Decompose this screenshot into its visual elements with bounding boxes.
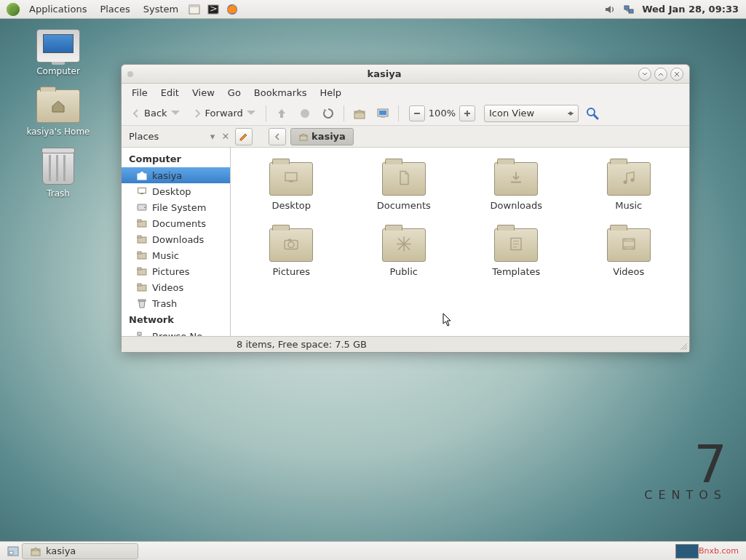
- file-manager-launcher-icon[interactable]: [186, 1, 202, 17]
- desktop-icon-computer[interactable]: Computer: [22, 29, 95, 76]
- folder-videos[interactable]: Videos: [576, 225, 683, 280]
- desktop-icons: Computer kasiya's Home Trash: [22, 29, 95, 212]
- svg-rect-36: [289, 181, 293, 183]
- menu-go[interactable]: Go: [222, 86, 247, 100]
- desktop-icon-home[interactable]: kasiya's Home: [22, 89, 95, 137]
- folder-content[interactable]: DesktopDocumentsDownloadsMusicPicturesPu…: [231, 148, 689, 336]
- folder-music[interactable]: Music: [576, 159, 683, 214]
- places-menu[interactable]: Places: [94, 1, 135, 17]
- network-icon[interactable]: [621, 1, 637, 17]
- folder-desktop[interactable]: Desktop: [238, 159, 345, 214]
- clock[interactable]: Wed Jan 28, 09:33: [639, 4, 742, 15]
- view-mode-select[interactable]: Icon View: [484, 105, 579, 122]
- folder-pictures[interactable]: Pictures: [238, 225, 345, 280]
- folder-icon: [136, 249, 148, 261]
- minimize-button[interactable]: [638, 68, 651, 81]
- sidebar-item-label: File System: [152, 202, 206, 213]
- trash-icon: [136, 297, 148, 309]
- sidebar-item-trash[interactable]: Trash: [122, 295, 230, 311]
- zoom-out-button[interactable]: [409, 105, 425, 121]
- stop-button[interactable]: [295, 104, 314, 123]
- folder-templates[interactable]: Templates: [463, 225, 570, 280]
- folder-icon: [269, 162, 313, 196]
- sidebar-chevron-icon[interactable]: ▾: [207, 132, 218, 142]
- sidebar: ComputerkasiyaDesktopFile SystemDocument…: [122, 148, 231, 336]
- sidebar-item-documents[interactable]: Documents: [122, 215, 230, 231]
- folder-label: Public: [390, 266, 418, 277]
- sidebar-item-label: Music: [152, 250, 179, 261]
- path-back-button[interactable]: [269, 128, 286, 145]
- applications-menu[interactable]: Applications: [23, 1, 92, 17]
- sidebar-item-videos[interactable]: Videos: [122, 279, 230, 295]
- folder-downloads[interactable]: Downloads: [463, 159, 570, 214]
- top-panel: Applications Places System >_ Wed Jan 28…: [0, 0, 746, 19]
- sidebar-item-kasiya[interactable]: kasiya: [122, 167, 230, 183]
- folder-icon: [136, 265, 148, 277]
- back-button[interactable]: Back: [127, 106, 184, 121]
- svg-rect-1: [189, 5, 199, 7]
- path-segment-home[interactable]: kasiya: [290, 128, 354, 145]
- folder-icon: [607, 228, 651, 262]
- desktop-icon-label: kasiya's Home: [27, 127, 90, 137]
- window-menu-icon[interactable]: [127, 71, 133, 77]
- sidebar-title: Places: [129, 131, 205, 142]
- reload-button[interactable]: [319, 104, 338, 123]
- system-menu[interactable]: System: [138, 1, 184, 17]
- titlebar[interactable]: kasiya: [122, 65, 689, 84]
- search-button[interactable]: [583, 104, 602, 123]
- up-button[interactable]: [272, 104, 291, 123]
- sidebar-item-browse-ne-[interactable]: Browse Ne...: [122, 328, 230, 336]
- folder-icon: [494, 162, 538, 196]
- svg-point-38: [630, 178, 634, 182]
- folder-icon: [607, 162, 651, 196]
- terminal-launcher-icon[interactable]: >_: [205, 1, 221, 17]
- show-desktop-button[interactable]: [5, 543, 21, 559]
- close-button[interactable]: [670, 68, 683, 81]
- menu-view[interactable]: View: [186, 86, 221, 100]
- svg-rect-11: [381, 116, 385, 118]
- forward-button[interactable]: Forward: [189, 106, 260, 121]
- sidebar-item-desktop[interactable]: Desktop: [122, 183, 230, 199]
- folder-label: Pictures: [273, 266, 310, 277]
- menubar: File Edit View Go Bookmarks Help: [122, 84, 689, 101]
- sidebar-close-icon[interactable]: ✕: [221, 132, 231, 142]
- desktop-icon-trash[interactable]: Trash: [22, 150, 95, 199]
- taskbar-item[interactable]: kasiya: [22, 543, 138, 559]
- sidebar-item-file-system[interactable]: File System: [122, 199, 230, 215]
- sidebar-item-label: Desktop: [152, 186, 191, 197]
- home-button[interactable]: [350, 104, 369, 123]
- menu-help[interactable]: Help: [314, 86, 347, 100]
- folder-icon: [494, 228, 538, 262]
- home-folder-icon: [36, 89, 80, 123]
- toolbar: Back Forward 100%: [122, 101, 689, 126]
- computer-icon: [36, 29, 80, 63]
- svg-rect-41: [288, 239, 291, 241]
- menu-file[interactable]: File: [126, 86, 154, 100]
- svg-point-40: [288, 242, 294, 248]
- svg-rect-31: [138, 284, 141, 286]
- svg-rect-12: [414, 113, 420, 114]
- menu-edit[interactable]: Edit: [155, 86, 185, 100]
- sidebar-item-pictures[interactable]: Pictures: [122, 263, 230, 279]
- edit-location-button[interactable]: [235, 128, 253, 145]
- svg-rect-29: [138, 268, 141, 270]
- distro-logo-icon[interactable]: [5, 1, 21, 17]
- workspace-switcher[interactable]: [675, 544, 699, 559]
- network-icon: [136, 330, 148, 336]
- svg-rect-23: [138, 220, 141, 222]
- volume-icon[interactable]: [602, 1, 618, 17]
- folder-public[interactable]: Public: [351, 225, 458, 280]
- computer-button[interactable]: [373, 104, 392, 123]
- sidebar-item-downloads[interactable]: Downloads: [122, 231, 230, 247]
- menu-bookmarks[interactable]: Bookmarks: [248, 86, 313, 100]
- maximize-button[interactable]: [654, 68, 667, 81]
- sidebar-item-music[interactable]: Music: [122, 247, 230, 263]
- folder-icon: [136, 233, 148, 245]
- zoom-in-button[interactable]: [459, 105, 475, 121]
- firefox-launcher-icon[interactable]: [224, 1, 240, 17]
- desktop-icon-label: Trash: [47, 188, 70, 199]
- svg-rect-14: [467, 111, 468, 116]
- svg-point-37: [623, 180, 627, 184]
- svg-rect-35: [285, 173, 297, 181]
- folder-documents[interactable]: Documents: [351, 159, 458, 214]
